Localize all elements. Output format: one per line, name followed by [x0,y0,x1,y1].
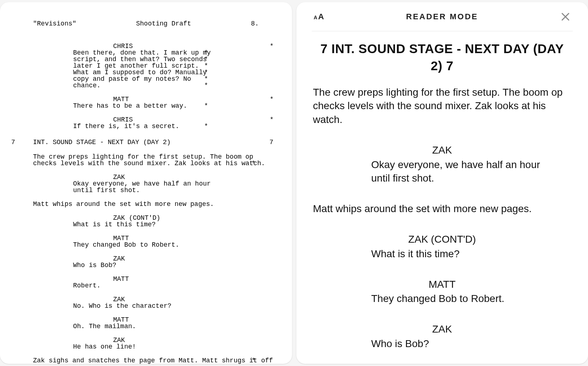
scene-heading: INT. SOUND STAGE - NEXT DAY (DAY 2) [33,139,241,146]
revision-star-icon: * [204,76,208,82]
script-card: "Revisions" Shooting Draft 8. CHRIS*Been… [0,2,292,364]
revision-star-icon: * [204,103,208,109]
dialogue-line: chance.* [73,82,193,89]
close-icon [560,12,571,22]
dialogue-line: He has one line! [73,343,193,350]
reader-dialog-block: MATTThey changed Bob to Robert. [313,278,572,306]
action-line: Zak sighs and snatches the page from Mat… [33,357,241,364]
action-line: checks levels with the sound mixer. Zak … [33,160,241,167]
action-line: The crew preps lighting for the first se… [33,154,241,160]
reader-header: A A READER MODE [312,2,573,31]
reader-dialog-block: ZAK (CONT'D)What is it this time? [313,232,572,261]
script-header: "Revisions" Shooting Draft 8. [33,20,259,27]
revision-star-icon: * [204,123,208,130]
character-cue: MATT [113,276,259,282]
revision-star-icon: * [252,160,255,167]
character-cue: CHRIS* [113,116,259,123]
dialogue-line: They changed Bob to Robert. [73,242,193,248]
reader-dialog-block: ZAKOkay everyone, we have half an hourun… [313,143,572,185]
dialogue-line: copy and paste of my notes? No* [73,76,193,82]
revision-star-icon: * [204,63,208,69]
character-cue: ZAK (CONT'D) [113,215,259,221]
script-title-left: "Revisions" [33,20,76,27]
scene-heading-row: 7INT. SOUND STAGE - NEXT DAY (DAY 2)7 [33,139,259,146]
dialogue-line: until first shot. [73,187,193,194]
character-cue: MATT [113,317,259,323]
revision-star-icon: * [270,43,273,49]
reader-action: The crew preps lighting for the first se… [313,85,572,127]
dialogue-line: If there is, it's a secret.* [73,123,193,130]
character-cue: ZAK [113,337,259,343]
revision-star-icon: * [204,49,208,56]
character-cue: CHRIS* [113,43,259,49]
dialogue-line: Robert. [73,282,193,289]
dialogue-line: Been there, done that. I mark up my* [73,49,193,56]
revision-star-icon: * [204,82,208,89]
action-line: Matt whips around the set with more new … [33,201,241,207]
revision-star-icon: * [204,69,208,76]
dialogue-line: Who is Bob? [73,262,193,268]
reader-mode-label: READER MODE [324,12,560,21]
script-title-center: Shooting Draft [76,20,251,27]
character-cue: MATT* [113,96,259,103]
revision-star-icon: * [270,96,273,103]
dialogue-line: No. Who is the character? [73,303,193,309]
revision-star-icon: * [270,116,273,123]
dialogue-line: There has to be a better way.* [73,103,193,109]
dialogue-line: What am I supposed to do? Manually* [73,69,193,76]
text-size-button[interactable]: A A [314,12,324,21]
scene-number-left: 7 [11,139,15,146]
reader-dialog-text: Who is Bob? [371,337,550,351]
dialogue-line: What is it this time? [73,221,193,228]
reader-speaker: ZAK (CONT'D) [371,232,550,246]
dialogue-line: later I get another full script.* [73,63,193,69]
close-button[interactable] [560,12,571,22]
revision-star-icon: * [204,56,208,63]
script-page-number: 8. [251,20,259,27]
reader-scene-heading: 7 INT. SOUND STAGE - NEXT DAY (DAY 2) 7 [313,40,572,75]
character-cue: ZAK [113,174,259,180]
text-size-large-icon: A [318,12,324,21]
character-cue: MATT [113,235,259,242]
dialogue-line: Oh. The mailman. [73,323,193,330]
reader-dialog-text: They changed Bob to Robert. [371,292,550,306]
revision-star-icon: * [252,357,255,364]
dialogue-line: script, and then what? Two seconds* [73,56,193,63]
reader-dialog-text: What is it this time? [371,247,550,261]
reader-speaker: MATT [371,278,550,291]
reader-card: A A READER MODE 7 INT. SOUND STAGE - NEX… [296,2,588,364]
character-cue: ZAK [113,296,259,303]
reader-dialog-text: Okay everyone, we have half an houruntil… [371,158,550,186]
character-cue: ZAK [113,255,259,262]
dialogue-line: Okay everyone, we have half an hour [73,180,193,187]
reader-dialog-block: ZAKWho is Bob? [313,322,572,351]
scene-number-right: 7 [269,139,273,146]
reader-speaker: ZAK [371,322,550,336]
text-size-small-icon: A [314,15,317,20]
script-page: "Revisions" Shooting Draft 8. CHRIS*Been… [0,2,292,364]
reader-action: Matt whips around the set with more new … [313,202,572,216]
reader-speaker: ZAK [371,143,550,157]
